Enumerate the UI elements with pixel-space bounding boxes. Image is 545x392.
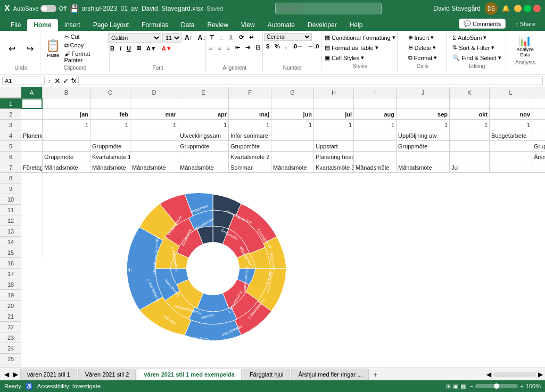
cell-i7[interactable]: Månadsmöte (354, 162, 397, 173)
tab-insert[interactable]: Insert (58, 19, 87, 31)
autosave-toggle[interactable]: AutoSave Off (13, 5, 67, 12)
tab-help[interactable]: Help (343, 19, 369, 31)
cell-i5[interactable] (354, 141, 397, 152)
cell-b6[interactable]: Gruppmöte (43, 152, 90, 162)
cell-j4[interactable]: Uppföljning utv (397, 130, 450, 141)
prev-sheet-button[interactable]: ◀ (2, 371, 11, 378)
formula-input[interactable] (78, 77, 543, 85)
cell-l4[interactable]: Budgetarbete (490, 130, 532, 141)
align-top-button[interactable]: ⊤ (207, 33, 217, 42)
row-header-24[interactable]: 24 (0, 343, 21, 354)
italic-button[interactable]: I (118, 44, 123, 53)
cell-i2[interactable]: aug (354, 109, 397, 120)
row-header-20[interactable]: 20 (0, 301, 21, 311)
wrap-text-button[interactable]: ↵ (247, 33, 256, 42)
cell-b7[interactable]: Månadsmöte (43, 162, 90, 173)
comments-button[interactable]: 💬 Comments (459, 19, 506, 29)
row-header-10[interactable]: 10 (0, 194, 21, 205)
cell-c2[interactable]: feb (90, 109, 130, 120)
col-header-c[interactable]: C (90, 87, 130, 98)
row-header-9[interactable]: 9 (0, 184, 21, 194)
cell-d3[interactable]: 1 (130, 120, 178, 130)
col-header-h[interactable]: H (314, 87, 354, 98)
cell-c4[interactable] (90, 130, 130, 141)
cell-f1[interactable] (229, 98, 271, 109)
cell-l6[interactable] (490, 152, 532, 162)
cell-h3[interactable]: 1 (314, 120, 354, 130)
cell-g4[interactable] (271, 130, 314, 141)
cell-f7[interactable]: Sommar (229, 162, 271, 173)
cell-k2[interactable]: okt (450, 109, 490, 120)
next-sheet-button[interactable]: ▶ (11, 371, 20, 378)
row-header-22[interactable]: 22 (0, 322, 21, 332)
maximize-button[interactable] (524, 5, 531, 12)
cell-d4[interactable] (130, 130, 178, 141)
format-as-table-button[interactable]: ▤ Format as Table ▾ (321, 43, 399, 52)
cell-k5[interactable] (450, 141, 490, 152)
cell-f5[interactable]: Gruppmöte (229, 141, 271, 152)
row-header-17[interactable]: 17 (0, 269, 21, 279)
cell-b4[interactable] (43, 130, 90, 141)
cell-m7[interactable] (532, 162, 545, 173)
cell-g7[interactable]: Månadsmöte (271, 162, 314, 173)
cell-b3[interactable]: 1 (43, 120, 90, 130)
cell-k1[interactable] (450, 98, 490, 109)
row-header-6[interactable]: 6 (0, 152, 21, 162)
undo-button[interactable]: ↩ (3, 43, 20, 55)
cell-j1[interactable] (397, 98, 450, 109)
page-layout-view-icon[interactable]: ▣ (453, 383, 458, 390)
cell-m6[interactable]: Årsmöte (532, 152, 545, 162)
tab-arshjul-fler-ringar[interactable]: Årshjul med fler ringar ... (291, 369, 369, 380)
cell-a6[interactable] (21, 152, 43, 162)
underline-button[interactable]: U (125, 44, 133, 53)
font-face-select[interactable]: Calibri (108, 33, 161, 43)
col-header-b[interactable]: B (43, 87, 90, 98)
cell-e5[interactable]: Gruppmöte (178, 141, 229, 152)
redo-button[interactable]: ↪ (21, 43, 38, 55)
cell-m1[interactable] (532, 98, 545, 109)
row-header-11[interactable]: 11 (0, 205, 21, 215)
col-header-k[interactable]: K (450, 87, 490, 98)
increase-font-button[interactable]: A↑ (183, 33, 195, 43)
tab-formulas[interactable]: Formulas (135, 19, 175, 31)
zoom-out-button[interactable]: − (470, 383, 473, 389)
row-header-23[interactable]: 23 (0, 332, 21, 343)
cell-a7[interactable]: Företagsmöte (21, 162, 43, 173)
cell-a2[interactable] (21, 109, 43, 120)
font-color-button[interactable]: A▼ (160, 44, 174, 53)
tab-view[interactable]: View (235, 19, 261, 31)
tab-review[interactable]: Review (201, 19, 234, 31)
cell-f2[interactable]: maj (229, 109, 271, 120)
cell-k6[interactable] (450, 152, 490, 162)
formula-expand-icon[interactable]: ⋮ (47, 78, 52, 84)
zoom-slider[interactable] (475, 384, 518, 388)
col-header-m[interactable]: M (532, 87, 545, 98)
cell-k7[interactable]: Jul (450, 162, 490, 173)
cell-a1[interactable] (21, 98, 43, 109)
orientation-button[interactable]: ⟳ (237, 33, 246, 42)
cell-j7[interactable]: Månadsmöte (397, 162, 450, 173)
cell-a5[interactable] (21, 141, 43, 152)
number-format-select[interactable]: General (264, 33, 312, 41)
row-header-16[interactable]: 16 (0, 258, 21, 269)
cell-b1[interactable] (43, 98, 90, 109)
tab-varen-2021-stil-1[interactable]: våren 2021 stil 1 (20, 369, 77, 380)
cell-d6[interactable] (130, 152, 178, 162)
col-header-e[interactable]: E (178, 87, 229, 98)
row-header-5[interactable]: 5 (0, 141, 21, 152)
row-header-25[interactable]: 25 (0, 354, 21, 364)
row-header-26[interactable]: 26 (0, 364, 21, 368)
scrollbar-right[interactable]: ▶ (538, 371, 543, 378)
cell-d1[interactable] (130, 98, 178, 109)
add-sheet-button[interactable]: + (370, 369, 381, 380)
cell-l7[interactable] (490, 162, 532, 173)
scrollbar-track[interactable] (493, 372, 536, 377)
font-size-select[interactable]: 11 (162, 33, 181, 43)
cell-e1[interactable] (178, 98, 229, 109)
sum-button[interactable]: Σ AutoSum ▾ (449, 33, 504, 42)
tab-home[interactable]: Home (27, 19, 57, 31)
tab-file[interactable]: File (4, 19, 27, 31)
percent-button[interactable]: % (272, 42, 282, 51)
cell-i1[interactable] (354, 98, 397, 109)
close-button[interactable] (533, 5, 541, 12)
